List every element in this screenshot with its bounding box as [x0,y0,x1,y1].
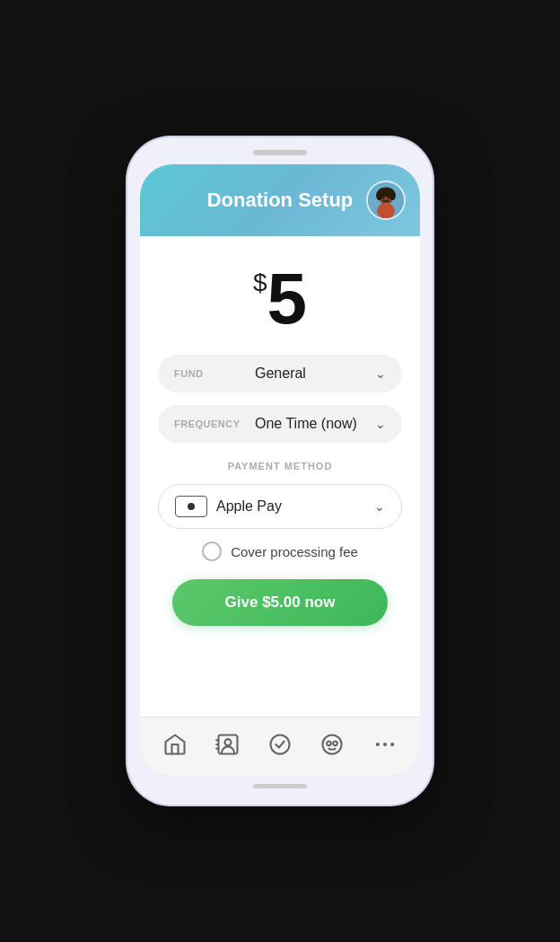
nav-contacts[interactable] [208,728,248,761]
cover-fee-row[interactable]: Cover processing fee [202,541,358,561]
payment-method-value: Apple Pay [216,498,365,515]
svg-point-7 [388,197,389,198]
svg-point-9 [224,739,231,745]
payment-chevron-icon: ⌄ [374,499,385,514]
nav-home[interactable] [155,728,195,761]
fund-chevron-icon: ⌄ [375,366,386,381]
amount-display: $ 5 [253,263,307,335]
payment-method-label: PAYMENT METHOD [228,461,333,471]
frequency-chevron-icon: ⌄ [375,417,386,431]
svg-point-17 [375,743,379,746]
svg-point-6 [382,197,384,198]
home-icon [162,732,188,757]
avatar [366,180,406,220]
cover-fee-label: Cover processing fee [231,544,358,559]
frequency-value: One Time (now) [255,416,375,432]
more-icon [372,732,398,757]
main-content: $ 5 FUND General ⌄ FREQUENCY One Time (n… [140,236,420,717]
header: Donation Setup [140,164,420,236]
cover-fee-checkbox[interactable] [202,541,222,561]
svg-point-18 [383,743,387,746]
svg-point-3 [376,190,382,200]
page-title: Donation Setup [207,189,354,212]
svg-point-14 [323,735,342,754]
give-button[interactable]: Give $5.00 now [172,579,388,626]
payment-method-dropdown[interactable]: Apple Pay ⌄ [158,484,402,529]
currency-symbol: $ [253,270,267,295]
phone-screen: Donation Setup [140,164,420,775]
svg-point-15 [328,742,332,746]
frequency-label: FREQUENCY [174,418,255,429]
check-icon [267,732,293,757]
bottom-nav [140,717,420,775]
nav-more[interactable] [365,728,405,761]
phone-notch-top [253,150,307,155]
contacts-icon [215,732,241,757]
fund-label: FUND [174,368,255,379]
phone-notch-bottom [253,784,307,788]
apple-pay-icon [175,496,207,517]
phone-frame: Donation Setup [127,137,433,805]
svg-point-4 [389,190,396,200]
nav-tasks[interactable] [260,728,300,761]
fund-value: General [255,365,375,382]
giving-icon [319,732,345,757]
svg-point-19 [390,743,394,746]
svg-point-13 [270,735,289,754]
frequency-dropdown[interactable]: FREQUENCY One Time (now) ⌄ [158,405,402,443]
nav-giving[interactable] [312,728,352,761]
amount-value: 5 [267,263,308,335]
fund-dropdown[interactable]: FUND General ⌄ [158,355,402,392]
svg-point-16 [334,742,338,746]
